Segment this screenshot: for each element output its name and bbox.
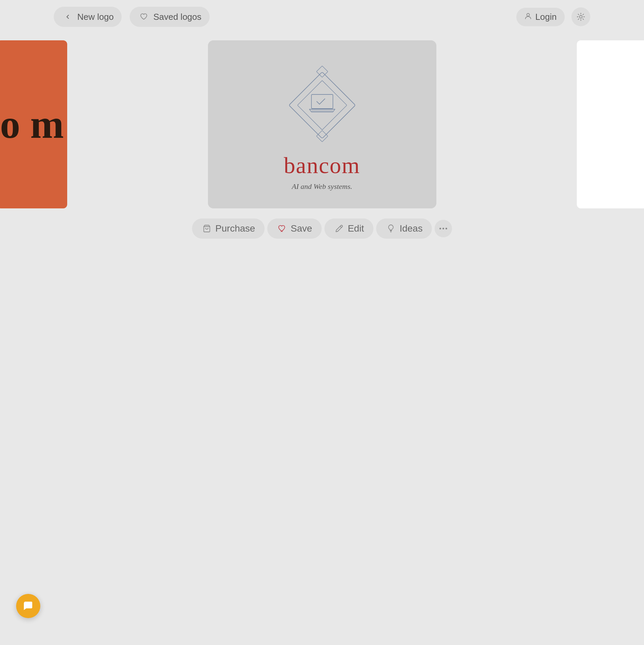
card-center[interactable]: bancom AI and Web systems. — [208, 40, 436, 208]
login-button[interactable]: Login — [516, 8, 565, 26]
ideas-label: Ideas — [399, 223, 423, 234]
heart-icon — [138, 11, 150, 23]
top-nav: New logo Saved logos Login — [0, 0, 644, 34]
save-heart-icon — [276, 223, 287, 234]
settings-button[interactable] — [571, 7, 590, 26]
logo-brand-name: bancom — [284, 152, 360, 179]
lightbulb-icon — [385, 223, 396, 234]
svg-point-14 — [442, 228, 444, 230]
login-label: Login — [535, 12, 557, 22]
user-icon — [524, 12, 532, 22]
purchase-button[interactable]: Purchase — [192, 218, 264, 239]
card-right[interactable] — [577, 40, 644, 208]
edit-button[interactable]: Edit — [324, 218, 373, 239]
more-dots-icon — [439, 228, 447, 230]
saved-logos-label: Saved logos — [153, 12, 201, 22]
svg-rect-3 — [297, 80, 347, 130]
logo-diamond — [275, 58, 369, 152]
edit-icon — [334, 223, 344, 234]
svg-rect-2 — [289, 72, 355, 138]
purchase-label: Purchase — [215, 223, 255, 234]
chat-icon — [22, 600, 34, 612]
ideas-button[interactable]: Ideas — [376, 218, 432, 239]
edit-label: Edit — [348, 223, 364, 234]
save-button[interactable]: Save — [267, 218, 321, 239]
cart-icon — [201, 223, 212, 234]
logo-container: bancom AI and Web systems. — [275, 58, 369, 191]
new-logo-button[interactable]: New logo — [54, 7, 122, 27]
card-left-text: o m — [0, 101, 64, 148]
more-options-button[interactable] — [435, 220, 452, 237]
nav-right: Login — [516, 7, 590, 26]
svg-rect-12 — [390, 232, 391, 232]
logo-tagline: AI and Web systems. — [292, 182, 352, 191]
chat-bubble-button[interactable] — [16, 594, 40, 618]
save-label: Save — [291, 223, 312, 234]
svg-point-15 — [445, 228, 447, 230]
back-icon — [62, 11, 74, 23]
svg-rect-11 — [390, 231, 392, 231]
svg-point-0 — [527, 13, 529, 16]
carousel-area: o m — [0, 37, 644, 212]
new-logo-label: New logo — [77, 12, 114, 22]
svg-line-10 — [340, 226, 341, 228]
saved-logos-button[interactable]: Saved logos — [130, 7, 209, 27]
svg-point-13 — [439, 228, 441, 230]
card-left[interactable]: o m — [0, 40, 67, 208]
nav-left: New logo Saved logos — [54, 7, 210, 27]
action-bar: Purchase Save Edit Ideas — [192, 218, 452, 239]
svg-rect-5 — [316, 130, 328, 142]
svg-point-1 — [579, 15, 582, 18]
gear-icon — [576, 12, 585, 21]
